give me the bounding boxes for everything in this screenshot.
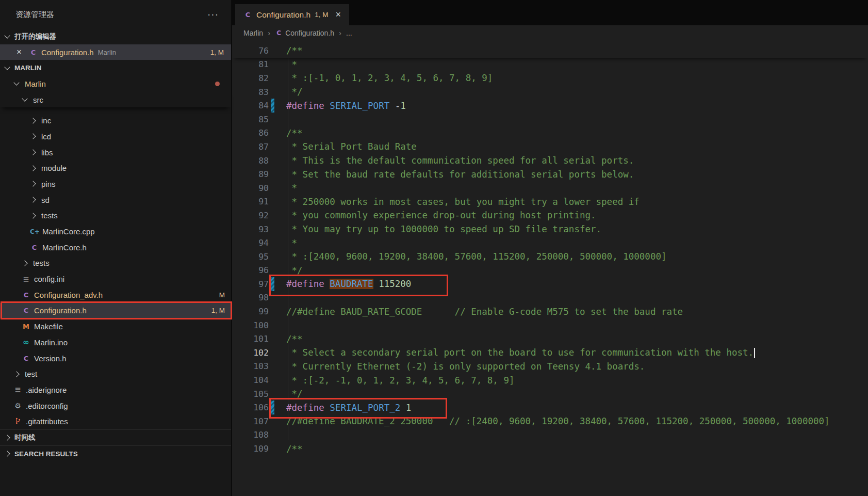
chevron-right-icon[interactable] xyxy=(30,134,36,139)
tree-file-config-ini[interactable]: ≡config.ini xyxy=(0,271,231,287)
tree-folder-test[interactable]: test xyxy=(0,366,231,382)
code-line-92[interactable]: 92 * you commonly experience drop-out du… xyxy=(232,209,868,222)
close-editor-icon[interactable]: × xyxy=(17,47,22,57)
code-line-104[interactable]: 104 * :[-2, -1, 0, 1, 2, 3, 4, 5, 6, 7, … xyxy=(232,373,868,387)
tree-file-marlincore-cpp[interactable]: C+MarlinCore.cpp xyxy=(0,223,231,239)
code-line-94[interactable]: 94 * xyxy=(232,236,868,250)
code-text: * :[-1, 0, 1, 2, 3, 4, 5, 6, 7, 8, 9] xyxy=(286,73,493,83)
tree-file-aiderignore[interactable]: ≡.aiderignore xyxy=(0,382,231,398)
open-editors-header[interactable]: 打开的编辑器 xyxy=(0,29,231,44)
c-file-icon: C xyxy=(29,49,38,56)
tab-configuration-h[interactable]: C Configuration.h 1, M × xyxy=(235,4,349,25)
tree-item-label: test xyxy=(25,370,37,378)
code-line-106[interactable]: 106#define SERIAL_PORT_2 1 xyxy=(232,401,868,414)
tree-folder-src[interactable]: src xyxy=(0,92,231,108)
code-line-100[interactable]: 100 xyxy=(232,318,868,332)
line-number: 102 xyxy=(232,348,269,358)
chevron-right-icon[interactable] xyxy=(30,197,36,202)
code-line-98[interactable]: 98 xyxy=(232,291,868,305)
tree-folder-marlin[interactable]: Marlin xyxy=(0,76,231,92)
code-line-90[interactable]: 90 * xyxy=(232,181,868,195)
tree-item-label: Makefile xyxy=(34,322,63,331)
code-line-89[interactable]: 89 * Set the baud rate defaults for addi… xyxy=(232,167,868,181)
tree-item-label: MarlinCore.h xyxy=(42,243,87,252)
code-line-86[interactable]: 86/** xyxy=(232,126,868,140)
code-line-81[interactable]: 81 * xyxy=(232,58,868,72)
more-actions-icon[interactable]: ··· xyxy=(207,12,219,17)
workspace-header[interactable]: MARLIN xyxy=(0,60,231,76)
close-tab-icon[interactable]: × xyxy=(335,9,341,20)
line-number: 96 xyxy=(232,265,269,275)
code-line-101[interactable]: 101/** xyxy=(232,332,868,346)
tree-folder-module[interactable]: module xyxy=(0,160,231,176)
chevron-right-icon[interactable] xyxy=(30,165,36,171)
tree-folder-libs[interactable]: libs xyxy=(0,145,231,161)
chevron-right-icon[interactable] xyxy=(22,260,27,266)
tree-file-version-h[interactable]: CVersion.h xyxy=(0,350,231,366)
code-line-84[interactable]: 84#define SERIAL_PORT -1 xyxy=(232,99,868,113)
problems-modified-badge: 1, M xyxy=(210,49,224,56)
chevron-right-icon[interactable] xyxy=(30,181,36,187)
breadcrumb-item-marlin[interactable]: Marlin xyxy=(243,29,263,37)
gutter-spacer xyxy=(271,181,274,195)
tree-folder-sd[interactable]: sd xyxy=(0,192,231,208)
code-token: //#define BAUD_RATE_GCODE // Enable G-co… xyxy=(286,307,683,317)
gutter-spacer xyxy=(271,126,274,140)
tree-item-label: tests xyxy=(33,259,50,267)
tree-file-gitattributes[interactable]: .gitattributes xyxy=(0,413,231,429)
breadcrumb-item-configuration-h[interactable]: C Configuration.h xyxy=(275,29,334,37)
tree-folder-tests[interactable]: tests xyxy=(0,208,231,224)
code-token: #define xyxy=(286,279,324,289)
tree-folder-pins[interactable]: pins xyxy=(0,176,231,192)
tree-file-makefile[interactable]: MMakefile xyxy=(0,318,231,334)
tree-file-configuration-h[interactable]: CConfiguration.h1, M xyxy=(0,303,231,319)
code-line-88[interactable]: 88 * This is the default communication s… xyxy=(232,154,868,168)
code-line-76[interactable]: 76/** xyxy=(232,44,868,58)
code-line-97[interactable]: 97#define BAUDRATE 115200 xyxy=(232,277,868,291)
chevron-right-icon[interactable] xyxy=(30,149,36,155)
code-line-85[interactable]: 85 xyxy=(232,113,868,126)
code-line-91[interactable]: 91 * 250000 works in most cases, but you… xyxy=(232,195,868,209)
code-line-83[interactable]: 83 */ xyxy=(232,85,868,99)
chevron-down-icon[interactable] xyxy=(13,80,19,86)
code-line-93[interactable]: 93 * You may try up to 1000000 to speed … xyxy=(232,222,868,236)
sidebar-bottom-panels: 时间线 SEARCH RESULTS xyxy=(0,429,231,461)
code-token: * This is the default communication spee… xyxy=(286,155,634,166)
line-number: 101 xyxy=(232,334,269,344)
tree-file-editorconfig[interactable]: ⚙.editorconfig xyxy=(0,398,231,414)
tree-file-marlin-ino[interactable]: ∞Marlin.ino xyxy=(0,334,231,350)
code-line-96[interactable]: 96 */ xyxy=(232,264,868,278)
chevron-right-icon[interactable] xyxy=(30,213,36,218)
code-line-95[interactable]: 95 * :[2400, 9600, 19200, 38400, 57600, … xyxy=(232,250,868,264)
tree-file-configuration-adv-h[interactable]: CConfiguration_adv.hM xyxy=(0,287,231,303)
chevron-down-icon[interactable] xyxy=(22,95,27,101)
code-line-103[interactable]: 103 * Currently Ethernet (-2) is only su… xyxy=(232,360,868,374)
tree-folder-lcd[interactable]: lcd xyxy=(0,129,231,145)
chevron-right-icon[interactable] xyxy=(30,118,36,123)
code-line-87[interactable]: 87 * Serial Port Baud Rate xyxy=(232,140,868,154)
code-token xyxy=(373,279,379,289)
gutter-spacer xyxy=(271,222,274,236)
code-text: #define SERIAL_PORT_2 1 xyxy=(286,403,411,413)
tree-folder-inc[interactable]: inc xyxy=(0,113,231,129)
code-line-108[interactable]: 108 xyxy=(232,428,868,442)
code-line-109[interactable]: 109/** xyxy=(232,442,868,456)
chevron-right-icon[interactable] xyxy=(13,371,19,377)
line-number: 107 xyxy=(232,417,269,426)
tab-label: Configuration.h xyxy=(256,10,310,20)
timeline-header[interactable]: 时间线 xyxy=(0,429,231,445)
code-line-107[interactable]: 107//#define BAUDRATE_2 250000 // :[2400… xyxy=(232,414,868,428)
search-results-header[interactable]: SEARCH RESULTS xyxy=(0,445,231,461)
code-line-105[interactable]: 105 */ xyxy=(232,387,868,401)
code-line-99[interactable]: 99//#define BAUD_RATE_GCODE // Enable G-… xyxy=(232,305,868,318)
line-number: 84 xyxy=(232,101,269,110)
tree-folder-tests[interactable]: tests xyxy=(0,255,231,271)
sidebar-header: 资源管理器 ··· xyxy=(0,0,231,29)
code-line-102[interactable]: 102 * Select a secondary serial port on … xyxy=(232,346,868,360)
open-editor-item[interactable]: × C Configuration.h Marlin 1, M xyxy=(0,44,231,60)
code-token: /** xyxy=(286,334,303,344)
tree-file-marlincore-h[interactable]: CMarlinCore.h xyxy=(0,239,231,255)
breadcrumb-item-more[interactable]: ... xyxy=(346,29,352,37)
code-view[interactable]: 76/**81 *82 * :[-1, 0, 1, 2, 3, 4, 5, 6,… xyxy=(232,40,868,496)
code-line-82[interactable]: 82 * :[-1, 0, 1, 2, 3, 4, 5, 6, 7, 8, 9] xyxy=(232,71,868,85)
